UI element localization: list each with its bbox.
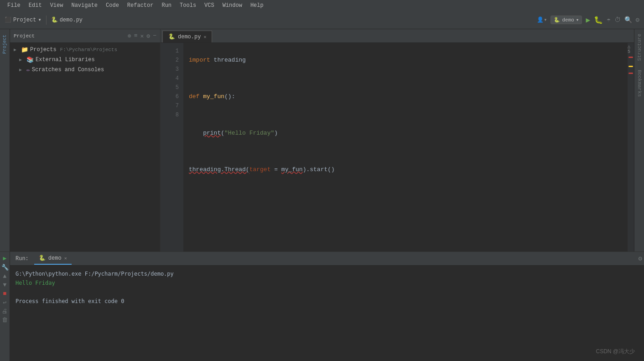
tab-close-icon[interactable]: ✕	[203, 34, 206, 40]
tree-item-projects[interactable]: ▶ 📁 Projects F:\Pycharm\Projects	[10, 45, 160, 55]
menu-code[interactable]: Code	[102, 1, 123, 10]
code-token: ).start()	[303, 165, 335, 174]
tab-file-icon: 🐍	[168, 33, 175, 40]
main-toolbar: ⬛ Project ▾ 🐍 demo.py 👤▾ 🐍 demo ▾ ▶ 🐛 ☂ …	[0, 11, 644, 29]
run-wrap-icon[interactable]: ↩	[3, 299, 7, 306]
console-line-2: Hello Friday	[16, 278, 639, 288]
sidebar-expand-icon[interactable]: ⊕	[128, 32, 131, 40]
menu-view[interactable]: View	[47, 1, 67, 10]
tree-item-scratches[interactable]: ▶ ✏ Scratches and Consoles	[10, 65, 160, 75]
run-config-arrow: ▾	[576, 17, 579, 23]
tree-arrow-projects: ▶	[14, 47, 19, 52]
project-panel-tab[interactable]: Project	[2, 35, 7, 54]
menu-vcs[interactable]: VCS	[201, 1, 218, 10]
tree-arrow-scratches: ▶	[19, 67, 25, 73]
keyword-import: import	[189, 56, 210, 65]
code-line-1: import threading	[189, 56, 622, 65]
run-config-icon: 🐍	[554, 17, 560, 23]
search-button[interactable]: 🔍	[624, 16, 632, 24]
settings-button[interactable]: ⚙	[636, 16, 639, 24]
main-area: Project Project ⊕ ≡ ✕ ⚙ − ▶ 📁 Projects F…	[0, 29, 644, 251]
sidebar-settings-icon[interactable]: ⚙	[146, 32, 150, 40]
project-sidebar: Project ⊕ ≡ ✕ ⚙ − ▶ 📁 Projects F:\Pychar…	[10, 29, 161, 251]
code-indent	[189, 129, 203, 138]
project-selector[interactable]: ⬛ Project ▾	[5, 16, 42, 23]
toolbar-file-icon: 🐍	[51, 16, 58, 23]
coverage-button[interactable]: ☂	[607, 16, 610, 24]
string-hello: "Hello Friday"	[224, 129, 274, 138]
keyword-def: def	[189, 92, 199, 101]
sidebar-collapse-icon[interactable]: ≡	[134, 32, 138, 39]
run-print-icon[interactable]: 🖨	[2, 308, 8, 315]
code-line-2	[189, 74, 622, 83]
function-call-print: print	[203, 129, 221, 138]
function-name-myfun: my_fun	[203, 92, 224, 101]
menu-file[interactable]: File	[4, 1, 24, 10]
run-label: Run:	[12, 256, 32, 262]
code-editor[interactable]: import threading def my_fun(): print("He…	[183, 43, 628, 251]
error-marker-1	[628, 57, 633, 58]
project-dropdown-label[interactable]: Project	[13, 17, 36, 23]
code-token: threading	[210, 56, 246, 65]
menu-run[interactable]: Run	[158, 1, 175, 10]
line-numbers: 1 2 3 4 5 6 7 8	[161, 43, 183, 251]
menu-tools[interactable]: Tools	[176, 1, 200, 10]
sidebar-close-icon[interactable]: ✕	[140, 32, 144, 40]
code-line-6	[189, 147, 622, 156]
toolbar-sep-1	[46, 16, 47, 25]
sidebar-title: Project	[14, 33, 125, 39]
watermark: CSDN @冯大少	[596, 348, 635, 356]
run-down-icon[interactable]: ▼	[3, 282, 7, 288]
menu-navigate[interactable]: Navigate	[68, 1, 101, 10]
right-structure-panel: Structure Bookmarks	[634, 29, 644, 251]
run-clear-icon[interactable]: 🗑	[2, 317, 8, 324]
menu-help[interactable]: Help	[247, 1, 267, 10]
menu-refactor[interactable]: Refactor	[124, 1, 157, 10]
editor-content[interactable]: 1 2 3 4 5 6 7 8 import threading def my_…	[161, 43, 634, 251]
run-button[interactable]: ▶	[586, 16, 590, 25]
tree-path-projects: F:\Pycharm\Projects	[60, 47, 117, 52]
param-target: target	[249, 165, 271, 174]
run-play-icon[interactable]: ▶	[3, 255, 7, 262]
run-stop-icon[interactable]: ■	[3, 290, 7, 297]
menu-bar: File Edit View Navigate Code Refactor Ru…	[0, 0, 644, 11]
project-label: ⬛	[5, 16, 11, 23]
run-up-icon[interactable]: ▲	[3, 273, 7, 280]
run-tabs-bar: Run: 🐍 demo ✕ ⚙	[10, 252, 644, 266]
run-tab-label: demo	[48, 255, 62, 262]
run-wrench-icon[interactable]: 🔧	[1, 264, 9, 271]
code-threading-call: threading.Thread(	[189, 165, 249, 174]
project-dropdown-arrow[interactable]: ▾	[38, 16, 41, 23]
folder-icon: 📁	[21, 46, 28, 53]
structure-label[interactable]: Structure	[637, 34, 642, 61]
editor-tab-demo[interactable]: 🐍 demo.py ✕	[162, 31, 212, 42]
tab-label: demo.py	[178, 34, 201, 40]
code-token: )	[274, 129, 278, 138]
tree-arrow-extlib: ▶	[19, 57, 25, 63]
run-config-selector[interactable]: 🐍 demo ▾	[551, 16, 582, 24]
console-output[interactable]: G:\Python\python.exe F:/Pycharm/Projects…	[10, 266, 644, 361]
code-line-3: def my_fun():	[189, 92, 622, 101]
run-settings-icon[interactable]: ⚙	[639, 255, 642, 262]
run-tab-demo[interactable]: 🐍 demo ✕	[34, 253, 72, 265]
editor-right-panel: △ 5	[628, 43, 634, 251]
profile-button[interactable]: ⏱	[614, 16, 621, 24]
debug-button[interactable]: 🐛	[594, 16, 603, 25]
console-line-3	[16, 288, 639, 297]
menu-edit[interactable]: Edit	[25, 1, 46, 10]
left-panel-gutter: Project	[0, 29, 10, 251]
console-line-4: Process finished with exit code 0	[16, 297, 639, 306]
bottom-panel: ▶ 🔧 ▲ ▼ ■ ↩ 🖨 🗑 Run: 🐍 demo ✕ ⚙ G:\Pytho…	[0, 251, 644, 361]
tree-item-external-libraries[interactable]: ▶ 📚 External Libraries	[10, 55, 160, 65]
run-tab-icon: 🐍	[39, 255, 46, 262]
bookmarks-label[interactable]: Bookmarks	[637, 70, 642, 97]
run-panel-main: Run: 🐍 demo ✕ ⚙ G:\Python\python.exe F:/…	[10, 252, 644, 361]
code-line-5: print("Hello Friday")	[189, 129, 622, 138]
code-token: =	[270, 165, 281, 174]
code-myfun-ref: my_fun	[281, 165, 303, 174]
run-tab-close[interactable]: ✕	[64, 256, 67, 261]
menu-window[interactable]: Window	[219, 1, 246, 10]
sidebar-minimize-icon[interactable]: −	[153, 32, 156, 39]
code-token	[199, 92, 203, 101]
user-icon[interactable]: 👤▾	[537, 16, 547, 23]
